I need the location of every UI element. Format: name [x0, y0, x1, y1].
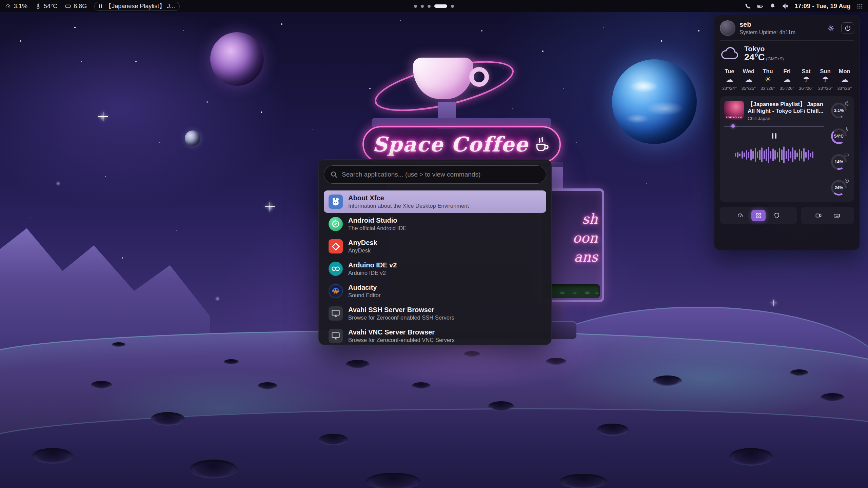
- neon-sign-board: Space Coffee: [362, 126, 561, 163]
- media-player-card: TOKYO LO 【Japanese Playlist】 Japan All N…: [720, 96, 854, 202]
- anydesk-icon: [329, 239, 343, 253]
- shield-button[interactable]: [770, 210, 784, 221]
- screen-record-button[interactable]: [811, 210, 826, 221]
- thermometer-icon: [35, 3, 41, 9]
- app-name: Arduino IDE v2: [348, 261, 397, 269]
- weather-cloud-icon: ☁: [777, 75, 797, 85]
- clock[interactable]: 17:09 - Tue, 19 Aug: [794, 3, 851, 10]
- battery-icon[interactable]: [757, 3, 764, 9]
- workspace-dot-active[interactable]: [434, 4, 447, 8]
- app-name: About Xfce: [348, 194, 469, 202]
- forecast-day: Tue☁33°/24°: [720, 68, 739, 91]
- ram-icon: [65, 3, 71, 9]
- cpu-indicator[interactable]: 3.1%: [5, 3, 27, 10]
- media-waveform: [724, 144, 824, 165]
- system-gauges: 3.1% 54°C 14% 24%: [828, 101, 850, 198]
- app-description: The official Android IDE: [348, 225, 407, 231]
- search-input[interactable]: [324, 165, 546, 184]
- app-grid-icon[interactable]: [856, 3, 863, 9]
- disk-gauge: 24%: [830, 179, 847, 196]
- cpu-value: 3.1%: [14, 3, 27, 10]
- app-list: About Xfce Information about the Xfce De…: [324, 190, 546, 347]
- settings-button[interactable]: [824, 22, 837, 34]
- weather-cloud-icon: ☁: [720, 75, 739, 85]
- window-neon-text: oon: [573, 231, 598, 245]
- app-row-avahi-vnc[interactable]: Avahi VNC Server Browser Browse for Zero…: [324, 325, 546, 347]
- forecast-row: Tue☁33°/24° Wed☁35°/25° Thu☀33°/26° Fri☁…: [720, 68, 854, 91]
- weather-cloud-icon: ☁: [739, 75, 758, 85]
- workspace-dot[interactable]: [414, 5, 417, 8]
- weather-cloud-icon: ☁: [835, 75, 854, 85]
- weather-city: Tokyo: [744, 45, 784, 53]
- app-description: Sound Editor: [348, 292, 380, 298]
- apps-grid-button[interactable]: [751, 210, 766, 221]
- avatar[interactable]: [720, 20, 735, 36]
- phone-icon[interactable]: [744, 3, 751, 9]
- app-name: AnyDesk: [348, 239, 377, 246]
- server-browser-icon: [329, 329, 343, 343]
- cpu-gauge: 3.1%: [830, 102, 847, 119]
- cloud-icon: [720, 46, 739, 61]
- weather-section: Tokyo 24°C(GMT+9): [720, 45, 854, 63]
- forecast-day: Wed☁35°/25°: [739, 68, 758, 91]
- quick-actions: [720, 207, 854, 224]
- keyboard-button[interactable]: [830, 210, 844, 221]
- quick-card-right: [801, 207, 854, 224]
- cpu-chip-icon: [844, 101, 849, 106]
- app-row-about-xfce[interactable]: About Xfce Information about the Xfce De…: [324, 190, 546, 213]
- volume-icon[interactable]: [782, 3, 789, 9]
- album-art[interactable]: TOKYO LO: [724, 101, 744, 120]
- app-row-anydesk[interactable]: AnyDesk AnyDesk: [324, 235, 546, 258]
- bell-icon[interactable]: [769, 3, 776, 9]
- server-browser-icon: [329, 306, 343, 321]
- shield-icon: [773, 212, 780, 219]
- workspace-dot[interactable]: [428, 5, 431, 8]
- app-row-avahi-ssh[interactable]: Avahi SSH Server Browser Browse for Zero…: [324, 302, 546, 325]
- app-description: AnyDesk: [348, 247, 377, 253]
- power-icon: [844, 25, 851, 32]
- audacity-icon: [329, 284, 343, 298]
- workspace-dot[interactable]: [421, 5, 424, 8]
- weather-rain-icon: ☂: [796, 75, 816, 85]
- power-button[interactable]: [841, 22, 854, 34]
- now-playing-chip[interactable]: 【Japanese Playlist】 J...: [94, 2, 180, 11]
- window-neon-text: ans: [574, 250, 598, 264]
- launcher-search: [324, 165, 546, 184]
- weather-timezone: (GMT+9): [766, 56, 784, 61]
- gear-icon: [827, 25, 834, 32]
- temperature-gauge: 54°C: [830, 128, 847, 145]
- divider: [720, 40, 854, 41]
- media-subtitle: Chill Japan.: [748, 116, 824, 121]
- media-progress-bar[interactable]: [724, 126, 824, 127]
- temperature-indicator[interactable]: 54°C: [35, 3, 57, 10]
- control-panel: seb System Uptime: 4h11m Tokyo 24°C(GMT+…: [714, 15, 860, 250]
- window-neon-text: sh: [582, 212, 598, 226]
- coffee-cup-icon: [533, 136, 551, 153]
- topbar-right: 17:09 - Tue, 19 Aug: [744, 3, 863, 10]
- pause-button[interactable]: [768, 131, 780, 140]
- quick-card-left: [720, 207, 797, 224]
- pause-icon: [99, 4, 102, 8]
- android-studio-icon: [329, 217, 343, 231]
- app-name: Avahi SSH Server Browser: [348, 306, 454, 313]
- app-description: Browse for Zeroconf-enabled SSH Servers: [348, 314, 454, 321]
- gauge-icon: [5, 3, 11, 9]
- app-row-android-studio[interactable]: Android Studio The official Android IDE: [324, 213, 546, 235]
- memory-indicator[interactable]: 6.8G: [65, 3, 87, 10]
- forecast-day: Sun☂33°/26°: [816, 68, 835, 91]
- workspace-dot[interactable]: [451, 5, 454, 8]
- video-camera-icon: [815, 212, 822, 219]
- app-name: Audacity: [348, 284, 380, 291]
- cup-handle: [469, 67, 489, 87]
- username: seb: [739, 21, 795, 28]
- memory-value: 6.8G: [74, 3, 87, 10]
- app-row-arduino[interactable]: Arduino IDE v2 Arduino IDE v2: [324, 258, 546, 280]
- dashboard-button[interactable]: [733, 210, 747, 221]
- disk-icon: [844, 178, 849, 183]
- app-row-audacity[interactable]: Audacity Sound Editor: [324, 280, 546, 302]
- user-section: seb System Uptime: 4h11m: [720, 20, 854, 36]
- thermometer-icon: [844, 127, 849, 132]
- progress-handle[interactable]: [731, 124, 735, 128]
- app-name: Avahi VNC Server Browser: [348, 328, 455, 336]
- search-icon: [330, 170, 338, 179]
